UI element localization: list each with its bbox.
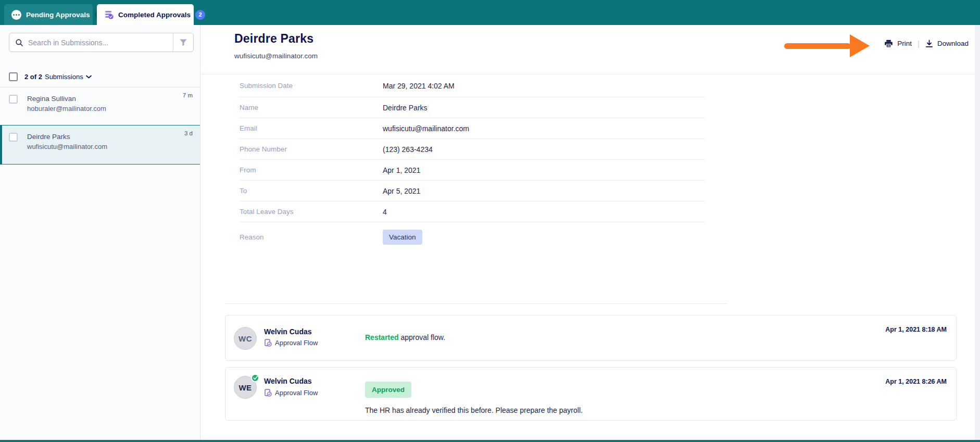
approval-flow-label: Approval Flow [275, 339, 318, 347]
detail-row: Total Leave Days 4 [240, 201, 706, 222]
submissions-summary-row: 2 of 2 Submissions [9, 67, 194, 86]
top-bar: Pending Approvals 4 Completed Approvals … [0, 0, 980, 25]
section-divider [225, 304, 726, 304]
print-button[interactable]: Print [884, 40, 912, 48]
submissions-summary[interactable]: 2 of 2 Submissions [24, 73, 92, 81]
action-rest: approval flow. [399, 333, 446, 342]
detail-row: From Apr 1, 2021 [240, 160, 706, 181]
submission-age: 3 d [184, 130, 193, 136]
verified-check-icon [251, 374, 259, 382]
approval-flow-row: Approval Flow [264, 389, 318, 397]
approval-comment: The HR has already verified this before.… [365, 406, 583, 414]
submission-email: wufisicutu@mailinator.com [27, 143, 107, 150]
action-highlight: Restarted [365, 333, 399, 342]
detail-row: Name Deirdre Parks [240, 97, 706, 118]
detail-label: To [240, 187, 383, 195]
detail-value: 4 [383, 208, 387, 216]
funnel-icon [179, 39, 187, 47]
action-text: Restarted approval flow. [365, 333, 445, 342]
submission-name: Deirdre Parks [27, 133, 70, 141]
submission-details: Submission Date Mar 29, 2021 4:02 AM Nam… [240, 74, 706, 251]
detail-label: Reason [240, 233, 383, 241]
submission-item-deirdre-selected[interactable]: Deirdre Parks wufisicutu@mailinator.com … [0, 125, 200, 165]
submission-checkbox[interactable] [9, 95, 18, 104]
submission-detail-panel: Deirdre Parks wufisicutu@mailinator.com … [201, 25, 980, 440]
history-card-restarted: WC Welvin Cudas Approval Flow Restarted … [225, 315, 957, 361]
detail-value: (123) 263-4234 [383, 145, 433, 154]
approved-status-badge: Approved [365, 382, 411, 398]
tab-completed-approvals[interactable]: Completed Approvals 2 [97, 4, 194, 25]
download-label: Download [937, 40, 969, 47]
history-card-approved: WE Welvin Cudas Approval Flow Approved T… [225, 367, 957, 421]
detail-row-reason: Reason Vacation [240, 222, 706, 251]
detail-label: From [240, 166, 383, 174]
detail-label: Email [240, 124, 383, 132]
download-button[interactable]: Download [925, 40, 969, 48]
search-box [9, 33, 194, 52]
select-all-checkbox[interactable] [9, 72, 18, 81]
history-timestamp: Apr 1, 2021 8:26 AM [885, 378, 947, 385]
highlight-arrow [784, 34, 870, 57]
detail-row: Phone Number (123) 263-4234 [240, 139, 706, 160]
actor-name: Welvin Cudas [264, 327, 312, 336]
pending-approvals-icon [11, 10, 21, 20]
approval-history: WC Welvin Cudas Approval Flow Restarted … [225, 315, 957, 421]
completed-count-badge: 2 [195, 10, 205, 20]
search-input[interactable] [28, 39, 173, 47]
history-timestamp: Apr 1, 2021 8:18 AM [885, 326, 947, 333]
approval-flow-label: Approval Flow [275, 389, 318, 397]
detail-row: To Apr 5, 2021 [240, 181, 706, 201]
detail-row: Submission Date Mar 29, 2021 4:02 AM [240, 74, 706, 97]
submission-checkbox[interactable] [9, 133, 18, 142]
detail-row: Email wufisicutu@mailinator.com [240, 118, 706, 139]
search-field [9, 33, 173, 52]
page-title: Deirdre Parks [234, 32, 313, 46]
detail-value: Deirdre Parks [383, 104, 428, 112]
avatar: WC [234, 327, 257, 350]
download-icon [925, 40, 933, 48]
detail-value: Apr 5, 2021 [383, 187, 420, 195]
approval-flow-icon [264, 389, 272, 397]
chevron-down-icon [86, 75, 92, 79]
detail-label: Name [240, 104, 383, 111]
completed-approvals-icon [104, 10, 114, 19]
tab-completed-label: Completed Approvals [118, 11, 191, 19]
submissions-label: Submissions [45, 73, 83, 81]
detail-label: Phone Number [240, 145, 383, 153]
detail-label: Submission Date [240, 82, 383, 90]
filter-button[interactable] [173, 33, 193, 52]
detail-value: wufisicutu@mailinator.com [383, 124, 469, 133]
printer-icon [884, 40, 893, 48]
submission-name: Regina Sullivan [27, 95, 76, 103]
submitter-email: wufisicutu@mailinator.com [234, 52, 318, 60]
search-icon [15, 39, 23, 47]
print-label: Print [897, 40, 912, 47]
submission-item-regina[interactable]: Regina Sullivan hoburaler@mailinator.com… [0, 87, 200, 125]
approvals-inbox-app: Pending Approvals 4 Completed Approvals … [0, 0, 980, 442]
main-scrollbar[interactable] [975, 25, 980, 440]
submission-age: 7 m [183, 92, 193, 98]
actor-name: Welvin Cudas [264, 377, 312, 385]
detail-header: Deirdre Parks wufisicutu@mailinator.com … [201, 25, 980, 74]
detail-value: Mar 29, 2021 4:02 AM [383, 82, 455, 90]
submission-email: hoburaler@mailinator.com [27, 105, 106, 112]
tab-pending-label: Pending Approvals [26, 11, 90, 19]
submissions-count: 2 of 2 [24, 73, 42, 81]
tab-pending-approvals[interactable]: Pending Approvals 4 [4, 4, 93, 25]
header-actions: Print | Download [884, 39, 969, 48]
approval-flow-icon [264, 339, 272, 347]
approval-flow-row: Approval Flow [264, 339, 318, 347]
bottom-app-strip [0, 440, 980, 442]
actions-divider: | [918, 39, 920, 48]
detail-label: Total Leave Days [240, 208, 383, 216]
detail-value: Apr 1, 2021 [383, 166, 420, 174]
submissions-sidebar: 2 of 2 Submissions Regina Sullivan hobur… [0, 25, 200, 440]
reason-badge: Vacation [383, 230, 422, 245]
selected-indicator-bar [0, 125, 2, 164]
